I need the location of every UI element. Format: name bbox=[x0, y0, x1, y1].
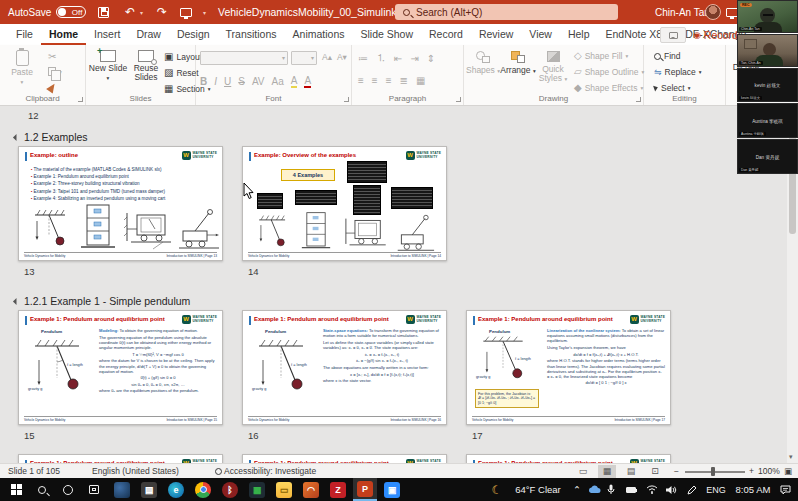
find-button[interactable]: Find bbox=[654, 51, 681, 61]
participant-tile-4[interactable]: Auntina 李晓琪 Auntina 李晓琪 bbox=[737, 103, 798, 138]
taskbar-app-powerpoint[interactable]: P bbox=[353, 478, 377, 501]
select-button[interactable]: Select▾ bbox=[654, 83, 690, 93]
strikethrough-button[interactable]: S bbox=[238, 76, 245, 87]
tab-view[interactable]: View bbox=[521, 24, 560, 45]
search-input[interactable]: Search (Alt+Q) bbox=[395, 4, 618, 20]
font-name-select[interactable] bbox=[200, 51, 317, 65]
tab-help[interactable]: Help bbox=[560, 24, 598, 45]
account-name[interactable]: Chin-An Tan bbox=[655, 0, 710, 24]
shape-fill-button[interactable]: ◇Shape Fill▾ bbox=[574, 50, 628, 61]
microphone-tray-icon[interactable] bbox=[604, 478, 618, 501]
taskbar-app-chrome[interactable] bbox=[191, 478, 215, 501]
weather-icon-area[interactable]: ☾ bbox=[488, 478, 506, 501]
align-left-button[interactable]: ≡ bbox=[358, 75, 364, 86]
clock[interactable]: 8:05 AM bbox=[730, 478, 776, 501]
taskbar-app-spreadsheet[interactable]: ▦ bbox=[245, 478, 269, 501]
increase-indent-button[interactable]: ⇥ bbox=[410, 53, 418, 64]
grow-font-button[interactable]: A▴ bbox=[322, 52, 332, 62]
comments-button[interactable] bbox=[660, 27, 686, 43]
input-language-button[interactable]: ENG bbox=[702, 478, 730, 501]
quick-styles-button[interactable]: Quick Styles ▾ bbox=[536, 48, 570, 92]
slide-thumbnail-partial-1[interactable]: Example 1: Pendulum around equilibrium p… bbox=[18, 454, 223, 463]
tab-draw[interactable]: Draw bbox=[128, 24, 169, 45]
zoom-slider-handle[interactable] bbox=[711, 467, 715, 476]
slide-thumbnail-15[interactable]: Example 1: Pendulum around equilibrium p… bbox=[18, 310, 223, 425]
taskbar-app-file-explorer[interactable]: ▭ bbox=[272, 478, 296, 501]
decrease-indent-button[interactable]: ⇤ bbox=[394, 53, 402, 64]
participant-tile-2[interactable]: Tan, Chin-An bbox=[737, 34, 798, 67]
taskbar-app-edge[interactable]: e bbox=[164, 478, 188, 501]
slide-thumbnail-16[interactable]: Example 1: Pendulum around equilibrium p… bbox=[242, 310, 447, 425]
autosave-control[interactable]: AutoSave Off bbox=[8, 0, 86, 24]
columns-button[interactable]: ▦ bbox=[416, 75, 425, 86]
shape-effects-button[interactable]: ◆Shape Effects▾ bbox=[574, 82, 643, 93]
paste-button[interactable]: Paste▾ bbox=[2, 48, 42, 92]
bullets-button[interactable]: ≔ bbox=[358, 53, 368, 64]
cut-button[interactable]: ✂ bbox=[48, 51, 56, 62]
participant-tile-3[interactable]: kevin 赵筱文 kevin 赵筱文 bbox=[737, 68, 798, 102]
zoom-out-button[interactable]: − bbox=[674, 466, 679, 476]
shape-outline-button[interactable]: ▱Shape Outline▾ bbox=[574, 66, 644, 77]
slideshow-view-button[interactable]: ⊡ bbox=[646, 465, 664, 478]
taskbar-search-button[interactable] bbox=[30, 478, 54, 501]
slide-thumbnail-17[interactable]: Example 1: Pendulum around equilibrium p… bbox=[466, 310, 671, 425]
fit-to-window-button[interactable]: ▣ bbox=[784, 466, 792, 476]
reuse-slides-button[interactable]: Reuse Slides bbox=[126, 48, 166, 92]
slide-sorter-view-button[interactable]: ▦ bbox=[598, 465, 616, 478]
start-slideshow-button[interactable] bbox=[180, 0, 192, 24]
italic-button[interactable]: I bbox=[214, 76, 217, 87]
task-view-button[interactable] bbox=[82, 478, 106, 501]
tab-record[interactable]: Record bbox=[421, 24, 471, 45]
taskbar-app-brain[interactable]: ᛒ bbox=[218, 478, 242, 501]
slide-thumbnail-13[interactable]: Example: outline W WAYNE STATEUNIVERSITY… bbox=[18, 146, 223, 261]
new-slide-button[interactable]: + New Slide ▾ bbox=[88, 48, 128, 92]
normal-view-button[interactable]: ▭ bbox=[574, 465, 592, 478]
record-button[interactable]: ◉ Record bbox=[693, 26, 738, 44]
zoom-slider[interactable] bbox=[685, 471, 745, 473]
battery-tray-icon[interactable] bbox=[622, 478, 640, 501]
autosave-toggle[interactable]: Off bbox=[56, 6, 86, 18]
tab-review[interactable]: Review bbox=[471, 24, 521, 45]
align-center-button[interactable]: ≡ bbox=[372, 75, 378, 86]
copy-button[interactable]: ▾ bbox=[48, 67, 62, 76]
zoom-level[interactable]: 100% bbox=[758, 466, 780, 476]
bold-button[interactable]: B bbox=[200, 76, 207, 87]
weather-status[interactable]: 64°F Clear bbox=[508, 478, 568, 501]
tab-insert[interactable]: Insert bbox=[86, 24, 128, 45]
arrange-button[interactable]: Arrange ▾ bbox=[500, 48, 536, 92]
shapes-button[interactable]: Shapes ▾ bbox=[466, 48, 500, 92]
undo-button[interactable]: ↶▾ bbox=[120, 0, 143, 24]
save-button[interactable] bbox=[98, 0, 109, 24]
taskbar-app-pdf[interactable]: Z bbox=[326, 478, 350, 501]
section-header-examples[interactable]: 1.2 Examples bbox=[14, 131, 88, 143]
tab-file[interactable]: File bbox=[8, 24, 41, 45]
reading-view-button[interactable]: ▤ bbox=[622, 465, 640, 478]
drawing-dialog-launcher[interactable] bbox=[636, 97, 641, 102]
video-call-panel[interactable]: REC Chin-An Tan Tan, Chin-An kevin 赵筱文 k… bbox=[737, 0, 798, 175]
participant-tile-1[interactable]: REC Chin-An Tan bbox=[737, 0, 798, 33]
tab-animations[interactable]: Animations bbox=[285, 24, 353, 45]
section-header-example1[interactable]: 1.2.1 Example 1 - Simple pendulum bbox=[14, 295, 190, 307]
font-dialog-launcher[interactable] bbox=[344, 97, 349, 102]
justify-button[interactable]: ≣ bbox=[400, 75, 408, 86]
tray-overflow-button[interactable]: ⌃ bbox=[570, 478, 584, 501]
taskbar-app-notes[interactable]: ▤ bbox=[137, 478, 161, 501]
onedrive-tray-icon[interactable] bbox=[586, 478, 602, 501]
volume-tray-icon[interactable] bbox=[663, 478, 679, 501]
action-center-button[interactable] bbox=[776, 478, 794, 501]
tab-home[interactable]: Home bbox=[41, 24, 86, 45]
font-color-button[interactable]: A bbox=[304, 75, 311, 88]
format-painter-button[interactable] bbox=[48, 83, 56, 92]
numbering-button[interactable]: ⒈ bbox=[376, 51, 386, 65]
redo-button[interactable]: ↷ bbox=[152, 0, 172, 24]
start-button[interactable] bbox=[4, 478, 28, 501]
tab-slide-show[interactable]: Slide Show bbox=[353, 24, 422, 45]
scroll-down-arrow-icon[interactable]: ▾ bbox=[789, 453, 793, 461]
pen-tray-icon[interactable] bbox=[684, 478, 700, 501]
replace-button[interactable]: ⇋Replace▾ bbox=[654, 67, 702, 77]
underline-button[interactable]: U bbox=[224, 76, 231, 87]
taskbar-app-matlab[interactable]: ◠ bbox=[299, 478, 323, 501]
reset-button[interactable]: ▨Reset bbox=[164, 67, 199, 78]
slide-thumbnail-14[interactable]: Example: Overview of the examples W WAYN… bbox=[242, 146, 447, 261]
tab-transitions[interactable]: Transitions bbox=[218, 24, 285, 45]
